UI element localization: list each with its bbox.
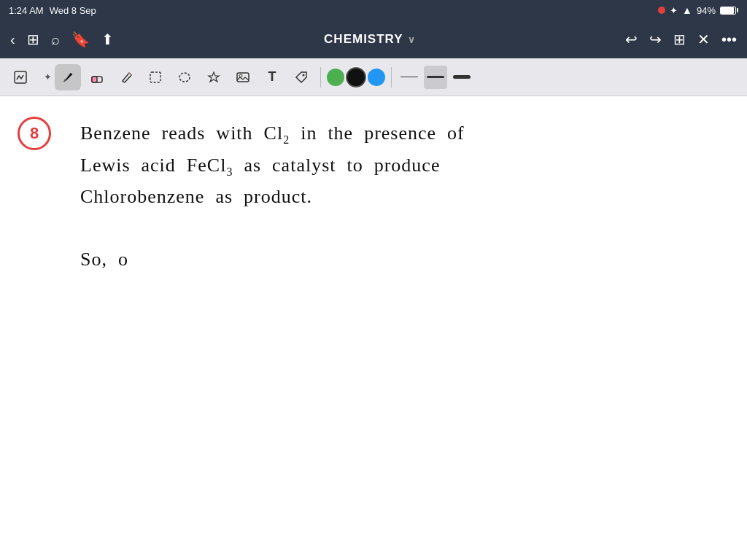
eraser-button[interactable]	[84, 64, 110, 90]
wifi-icon: ▲	[682, 4, 692, 16]
separator-2	[391, 67, 392, 88]
handwriting-mode-button[interactable]	[7, 64, 34, 90]
thick-line	[453, 75, 471, 79]
more-options-icon[interactable]: •••	[721, 31, 737, 48]
status-bar: 1:24 AM Wed 8 Sep ✦ ▲ 94%	[0, 0, 747, 20]
separator-1	[320, 67, 321, 88]
nav-right: ↩ ↪ ⊞ ✕ •••	[625, 31, 737, 48]
nav-left: ‹ ⊞ ⌕ 🔖 ⬆	[10, 31, 114, 48]
search-icon[interactable]: ⌕	[51, 31, 60, 48]
svg-rect-6	[237, 73, 249, 82]
color-green-button[interactable]	[327, 69, 344, 86]
battery-percent: 94%	[697, 5, 716, 16]
nav-center: CHEMISTRY ∨	[324, 32, 415, 47]
line-2: Lewis acid FeCl3 as catalyst to produce	[80, 150, 718, 182]
svg-point-4	[179, 73, 190, 82]
text-button[interactable]: T	[259, 64, 285, 90]
star-button[interactable]	[201, 64, 227, 90]
svg-point-7	[239, 74, 242, 77]
svg-rect-2	[92, 77, 97, 82]
line-5: So, o	[80, 244, 718, 276]
battery-icon	[720, 7, 738, 15]
bluetooth-toolbar-icon: ✦	[44, 71, 52, 82]
thin-line	[400, 77, 418, 78]
toolbar: ✦	[0, 58, 747, 96]
svg-rect-3	[150, 72, 160, 82]
image-button[interactable]	[230, 64, 256, 90]
redo-icon[interactable]: ↪	[649, 31, 662, 48]
medium-thickness-button[interactable]	[424, 66, 447, 89]
color-blue-button[interactable]	[368, 69, 385, 86]
lasso-button[interactable]	[171, 64, 198, 90]
pencil-button[interactable]	[113, 64, 139, 90]
thin-thickness-button[interactable]	[398, 66, 421, 89]
status-right: ✦ ▲ 94%	[658, 4, 738, 16]
bluetooth-icon: ✦	[670, 5, 678, 16]
svg-marker-5	[209, 72, 219, 82]
tag-button[interactable]	[288, 64, 314, 90]
date-display: Wed 8 Sep	[50, 5, 96, 16]
bookmark-icon[interactable]: 🔖	[71, 31, 90, 48]
line-3: Chlorobenzene as product.	[80, 182, 718, 213]
question-number: 8	[18, 117, 51, 150]
medium-line	[427, 76, 444, 78]
time-display: 1:24 AM	[9, 5, 44, 16]
line-4	[80, 213, 718, 244]
handwritten-content: Benzene reads with Cl2 in the presence o…	[80, 118, 718, 276]
pen-button[interactable]	[55, 64, 81, 90]
close-icon[interactable]: ✕	[697, 31, 710, 48]
svg-point-8	[303, 74, 305, 76]
thick-thickness-button[interactable]	[450, 66, 473, 89]
undo-icon[interactable]: ↩	[625, 31, 638, 48]
add-page-icon[interactable]: ⊞	[673, 31, 686, 48]
record-indicator	[658, 7, 665, 14]
line-1: Benzene reads with Cl2 in the presence o…	[80, 118, 718, 150]
grid-icon[interactable]: ⊞	[27, 31, 39, 48]
nav-bar: ‹ ⊞ ⌕ 🔖 ⬆ CHEMISTRY ∨ ↩ ↪ ⊞ ✕ •••	[0, 20, 747, 58]
main-content: 8 Benzene reads with Cl2 in the presence…	[0, 96, 747, 560]
color-black-button[interactable]	[347, 69, 365, 86]
status-left: 1:24 AM Wed 8 Sep	[9, 5, 96, 16]
chevron-down-icon[interactable]: ∨	[408, 34, 415, 45]
share-icon[interactable]: ⬆	[101, 31, 114, 48]
document-title: CHEMISTRY	[324, 32, 403, 47]
text-tool-label: T	[268, 69, 276, 85]
note-area: 8 Benzene reads with Cl2 in the presence…	[0, 96, 747, 560]
selection-button[interactable]	[142, 64, 169, 90]
back-icon[interactable]: ‹	[10, 31, 15, 48]
